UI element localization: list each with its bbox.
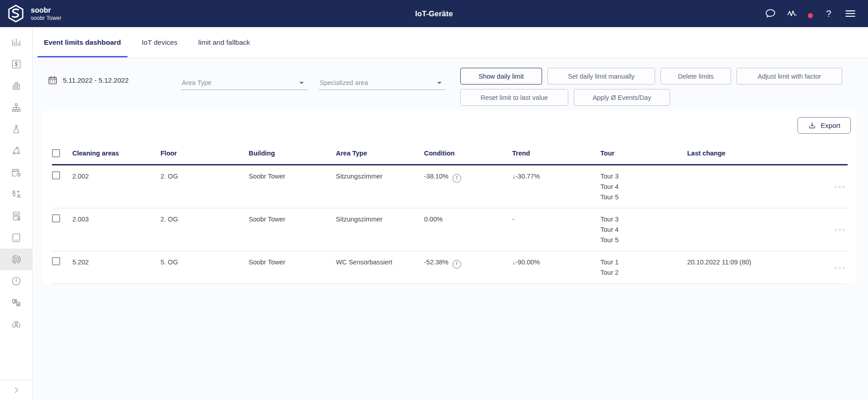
chevron-right-icon: [12, 386, 21, 395]
cell-condition: -38.10%!: [424, 165, 512, 208]
funnel-icon: [10, 123, 22, 135]
tab-iot-devices[interactable]: IoT devices: [132, 27, 188, 57]
sidebar-item-tablet[interactable]: [0, 227, 32, 249]
cell-floor: 5. OG: [160, 251, 249, 284]
col-floor: Floor: [160, 146, 249, 165]
delete-limits-button[interactable]: Delete limits: [660, 68, 731, 85]
row-checkbox[interactable]: [52, 257, 60, 265]
main-content: Event limits dashboard IoT devices limit…: [33, 27, 868, 400]
export-button[interactable]: Export: [797, 117, 851, 134]
workspace-name: soobr Tower: [31, 14, 61, 22]
user-handover-icon: [10, 188, 22, 200]
cell-cleaning-area: 2.002: [72, 165, 160, 208]
cell-last-change: 20.10.2022 11:09 (80): [687, 251, 821, 284]
hierarchy-icon: [10, 102, 22, 113]
cell-trend: ↓-90.00%: [512, 251, 600, 284]
header-icons: ?: [764, 8, 861, 19]
share-network-icon: [10, 145, 22, 157]
table-row: 2.003 2. OG Soobr Tower Sitzungszimmer 0…: [52, 208, 848, 251]
help-icon[interactable]: ?: [823, 8, 835, 19]
select-all-checkbox[interactable]: [52, 149, 60, 157]
specialized-area-select[interactable]: Specialized area: [319, 76, 445, 90]
alert-icon: [10, 275, 22, 287]
cleaning-areas-table: Cleaning areas Floor Building Area Type …: [52, 146, 848, 284]
table-row: 2.002 2. OG Soobr Tower Sitzungszimmer -…: [52, 165, 848, 208]
cell-cleaning-area: 5.202: [72, 251, 160, 284]
adjust-limit-with-factor-button[interactable]: Adjust limit with factor: [736, 68, 842, 85]
sensor-icon: [10, 254, 22, 265]
sidebar-item-billing[interactable]: [0, 53, 32, 75]
col-area-type: Area Type: [336, 146, 424, 165]
download-icon: [808, 121, 816, 130]
cell-tours: Tour 3 Tour 4 Tour 5: [600, 208, 687, 251]
sidebar-item-share-network[interactable]: [0, 140, 32, 162]
tab-limit-and-fallback[interactable]: limit and fallback: [188, 27, 261, 57]
sidebar-expand-button[interactable]: [0, 380, 32, 400]
tablet-icon: [10, 232, 22, 244]
chat-icon[interactable]: [764, 8, 776, 19]
sidebar-item-user-handover[interactable]: [0, 184, 32, 205]
building-icon: [10, 80, 22, 92]
sidebar-item-funnel[interactable]: [0, 118, 32, 140]
col-condition: Condition: [424, 146, 512, 165]
date-range-picker[interactable]: 5.11.2022 - 5.12.2022: [47, 75, 129, 85]
sidebar-item-alert[interactable]: [0, 270, 32, 292]
col-cleaning-areas: Cleaning areas: [72, 146, 160, 165]
area-type-select[interactable]: Area Type: [181, 76, 307, 90]
col-building: Building: [249, 146, 336, 165]
reset-limit-to-last-value-button[interactable]: Reset limit to last value: [460, 89, 568, 106]
set-daily-limit-manually-button[interactable]: Set daily limit manually: [547, 68, 655, 85]
chevron-down-icon: [437, 82, 442, 84]
sidebar-item-team[interactable]: [0, 314, 32, 335]
cell-condition: 0.00%: [424, 208, 512, 251]
apply-avg-events-day-button[interactable]: Apply Ø Events/Day: [574, 89, 670, 106]
show-daily-limit-button[interactable]: Show daily limit: [460, 68, 542, 85]
calendar-clock-icon: [10, 167, 22, 179]
billing-icon: [10, 58, 22, 70]
sidebar-item-calendar-clock[interactable]: [0, 162, 32, 184]
cell-cleaning-area: 2.003: [72, 208, 160, 251]
cell-last-change: [687, 165, 821, 208]
sidebar-item-sensor[interactable]: [0, 249, 32, 270]
activity-icon[interactable]: [786, 8, 798, 19]
sidebar-item-translation[interactable]: [0, 292, 32, 314]
cell-trend: -: [512, 208, 600, 251]
row-checkbox[interactable]: [52, 171, 60, 179]
cell-building: Soobr Tower: [249, 208, 336, 251]
limit-actions: Show daily limit Set daily limit manuall…: [460, 68, 842, 106]
filter-section: 5.11.2022 - 5.12.2022 Area Type Speciali…: [33, 58, 868, 111]
cell-tours: Tour 1 Tour 2: [600, 251, 687, 284]
notification-dot: [808, 13, 813, 18]
chevron-down-icon: [299, 82, 304, 84]
warning-icon: !: [453, 260, 461, 268]
brand-name: soobr: [31, 6, 61, 14]
export-row: Export: [52, 111, 848, 135]
cell-condition: -52.38%!: [424, 251, 512, 284]
menu-icon[interactable]: [844, 8, 856, 19]
table-card: Export Cleaning areas Floor Building Are…: [43, 111, 857, 284]
bar-chart-icon: [10, 37, 22, 48]
cell-area-type: Sitzungszimmer: [336, 165, 424, 208]
sidebar-item-bar-chart[interactable]: [0, 32, 32, 53]
cell-last-change: [687, 208, 821, 251]
calendar-icon: [47, 75, 58, 85]
area-type-label: Area Type: [182, 79, 212, 86]
page-title: IoT-Geräte: [415, 9, 453, 18]
row-actions-menu[interactable]: [821, 229, 848, 231]
col-trend: Trend: [512, 146, 600, 165]
sidebar-item-building[interactable]: [0, 75, 32, 97]
date-range-value: 5.11.2022 - 5.12.2022: [63, 76, 129, 84]
sidebar-item-hierarchy[interactable]: [0, 97, 32, 118]
tab-event-limits-dashboard[interactable]: Event limits dashboard: [33, 27, 132, 57]
cell-trend: ↓-30.77%: [512, 165, 600, 208]
table-header-row: Cleaning areas Floor Building Area Type …: [52, 146, 848, 165]
sidebar-spacer: [0, 335, 32, 380]
document-badge-icon: [10, 210, 22, 222]
row-checkbox[interactable]: [52, 214, 60, 222]
brand-block[interactable]: soobr soobr Tower: [7, 5, 61, 23]
cell-building: Soobr Tower: [249, 251, 336, 284]
specialized-area-label: Specialized area: [320, 79, 368, 86]
row-actions-menu[interactable]: [821, 186, 848, 188]
row-actions-menu[interactable]: [821, 267, 848, 269]
sidebar-item-document-badge[interactable]: [0, 205, 32, 227]
